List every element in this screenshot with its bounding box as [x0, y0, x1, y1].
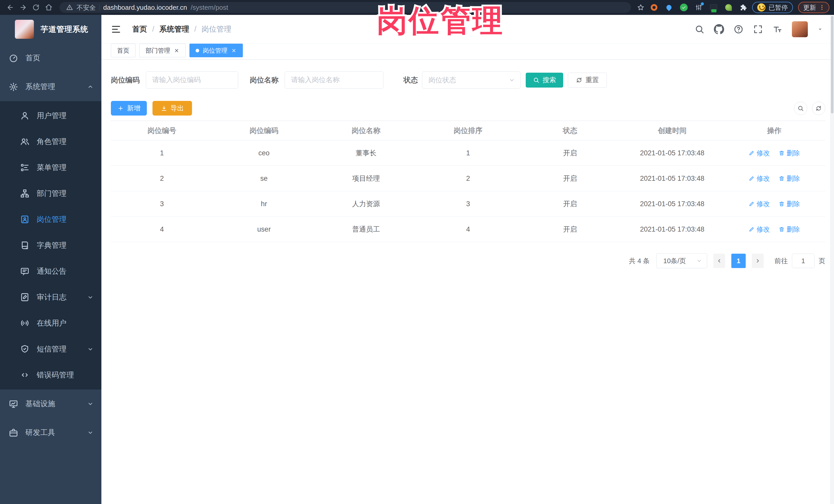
cell-created: 2021-01-05 17:03:48 [621, 149, 723, 157]
delete-link[interactable]: 删除 [778, 174, 800, 183]
edit-link[interactable]: 修改 [748, 174, 770, 183]
post-code-input[interactable] [146, 71, 238, 89]
browser-forward-button[interactable] [18, 2, 29, 13]
user-avatar[interactable] [792, 21, 808, 37]
ext-translator-icon[interactable] [709, 3, 718, 12]
cell-name: 普通员工 [315, 225, 417, 234]
column-header: 岗位编码 [213, 126, 315, 136]
breadcrumb-item[interactable]: 首页 [132, 24, 147, 35]
browser-menu-kebab-icon[interactable] [818, 4, 825, 11]
org-tree-icon [20, 189, 29, 198]
paused-button[interactable]: 已暂停 [752, 2, 793, 13]
reset-button[interactable]: 重置 [568, 73, 607, 88]
browser-reload-button[interactable] [30, 2, 42, 13]
column-header: 操作 [723, 126, 825, 136]
address-bar[interactable]: 不安全 dashboard.yudao.iocoder.cn/system/po… [60, 2, 631, 13]
tab-close-icon[interactable] [231, 48, 237, 53]
search-button[interactable]: 搜索 [526, 73, 563, 88]
cell-id: 2 [111, 175, 213, 182]
table-row: 3hr人力资源3开启2021-01-05 17:03:48修改删除 [111, 191, 825, 217]
sidebar-item-online-user[interactable]: 在线用户 [0, 310, 102, 336]
sidebar-item-label: 研发工具 [25, 428, 55, 438]
cell-created: 2021-01-05 17:03:48 [621, 175, 723, 182]
breadcrumb-separator: / [194, 25, 196, 34]
table-toolbar: 新增 导出 [111, 101, 825, 115]
browser-back-button[interactable] [5, 2, 16, 13]
sidebar-item-home[interactable]: 首页 [0, 44, 102, 72]
edit-link[interactable]: 修改 [748, 149, 770, 158]
download-icon [161, 105, 167, 112]
page-1-button[interactable]: 1 [731, 254, 746, 268]
font-size-icon[interactable] [772, 24, 783, 35]
sidebar-item-notice[interactable]: 通知公告 [0, 258, 102, 284]
bookmark-star-button[interactable] [636, 3, 645, 12]
ext-sliders-icon[interactable] [694, 3, 703, 12]
refresh-icon [815, 105, 822, 112]
prev-page-button[interactable] [714, 254, 725, 268]
fullscreen-icon[interactable] [753, 24, 763, 35]
browser-home-button[interactable] [43, 2, 54, 13]
ext-green-check-icon[interactable] [679, 3, 688, 12]
tab-部门管理[interactable]: 部门管理 [139, 44, 185, 57]
toggle-search-button[interactable] [794, 102, 807, 115]
github-icon[interactable] [714, 24, 724, 35]
next-page-button[interactable] [752, 254, 764, 268]
tab-岗位管理[interactable]: 岗位管理 [190, 44, 243, 57]
extensions-puzzle-icon[interactable] [739, 3, 748, 12]
sidebar-item-post[interactable]: 岗位管理 [0, 206, 102, 232]
export-button[interactable]: 导出 [152, 101, 192, 115]
sidebar-item-dict[interactable]: 字典管理 [0, 232, 102, 258]
page-scrollbar [830, 15, 834, 504]
page-size-select[interactable]: 10条/页 [656, 254, 707, 268]
cell-sort: 4 [417, 225, 519, 234]
sidebar-item-label: 在线用户 [37, 318, 66, 328]
sidebar-item-role[interactable]: 角色管理 [0, 129, 102, 155]
avatar-caret-down-icon[interactable] [817, 26, 823, 32]
goto-page-input[interactable] [792, 254, 814, 268]
search-icon[interactable] [694, 24, 705, 35]
ext-orange-ring-icon[interactable] [650, 3, 659, 12]
sidebar-item-error-code[interactable]: 错误码管理 [0, 362, 102, 388]
scrollbar-thumb[interactable] [831, 16, 833, 113]
search-icon [533, 77, 540, 84]
sidebar-item-infrastructure[interactable]: 基础设施 [0, 390, 102, 418]
chevron-down-icon [87, 429, 94, 436]
ext-leaf-icon[interactable] [724, 3, 733, 12]
sidebar-item-user[interactable]: 用户管理 [0, 103, 102, 129]
post-name-input[interactable] [285, 71, 383, 89]
help-doc-icon[interactable] [733, 24, 744, 35]
add-button[interactable]: 新增 [111, 101, 147, 115]
sidebar-collapse-button[interactable] [111, 24, 122, 35]
sidebar-item-sms[interactable]: 短信管理 [0, 336, 102, 362]
chevron-right-icon [755, 258, 761, 264]
status-select[interactable]: 岗位状态 [422, 71, 521, 89]
error-code-icon [20, 370, 29, 380]
delete-link[interactable]: 删除 [778, 199, 800, 209]
app-logo-row: 芋道管理系统 [0, 15, 102, 44]
delete-link[interactable]: 删除 [778, 225, 800, 234]
user-icon [20, 111, 29, 120]
sidebar-item-menu[interactable]: 菜单管理 [0, 155, 102, 180]
sidebar-item-audit-log[interactable]: 审计日志 [0, 284, 102, 310]
edit-link[interactable]: 修改 [748, 225, 770, 234]
refresh-table-button[interactable] [812, 102, 825, 115]
column-header: 状态 [519, 126, 621, 136]
sidebar-item-dev-tools[interactable]: 研发工具 [0, 418, 102, 447]
tab-首页[interactable]: 首页 [111, 44, 135, 57]
chevron-down-icon [87, 346, 94, 352]
sms-shield-icon [20, 344, 29, 354]
delete-link[interactable]: 删除 [778, 149, 800, 158]
edit-link[interactable]: 修改 [748, 199, 770, 209]
delete-link-label: 删除 [787, 225, 800, 234]
sidebar-item-dept[interactable]: 部门管理 [0, 180, 102, 206]
cell-actions: 修改删除 [723, 225, 825, 234]
browser-update-button[interactable]: 更新 [798, 2, 829, 13]
tab-close-icon[interactable] [174, 48, 179, 53]
page-content: 岗位编码 岗位名称 状态 岗位状态 搜索 重置 新增 [102, 71, 834, 268]
back-icon [6, 4, 14, 11]
breadcrumb-item[interactable]: 系统管理 [159, 24, 189, 35]
sidebar-item-system[interactable]: 系统管理 [0, 72, 102, 101]
main-area: 首页/系统管理/岗位管理 首页部门管理岗位管理 岗位编码 岗位名称 状态 岗位状… [102, 15, 834, 504]
ext-location-pin-icon[interactable] [664, 3, 674, 12]
edit-link-label: 修改 [756, 174, 770, 183]
